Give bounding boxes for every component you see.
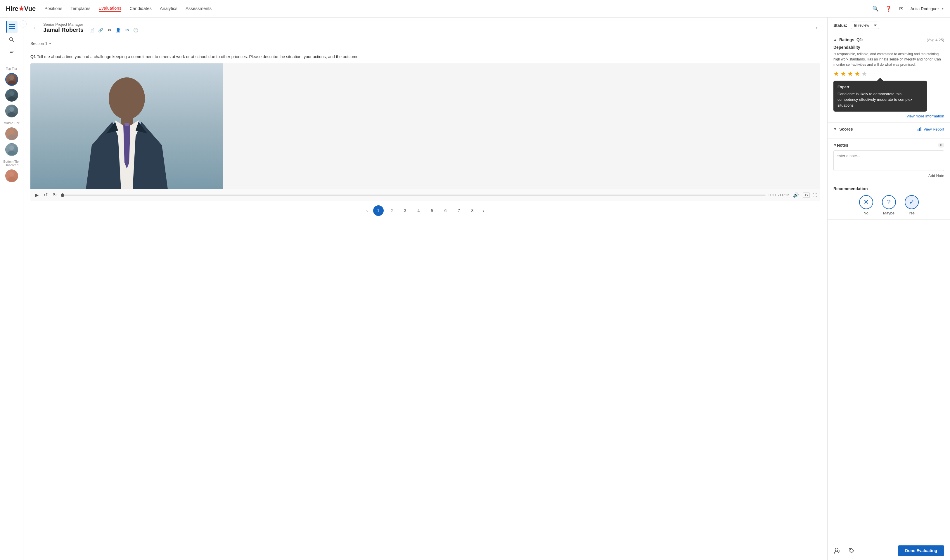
svg-point-9 <box>8 81 16 85</box>
right-panel: Status: In review Reviewed Pending ▲ Rat… <box>827 17 950 560</box>
rec-no-circle: ✕ <box>859 195 873 209</box>
main-content: ← Senior Project Manager Jamal Roberts 📄… <box>23 17 827 560</box>
sidebar-toggle-button[interactable]: › <box>20 20 26 28</box>
svg-point-3 <box>9 38 12 41</box>
candidate-avatar-3[interactable] <box>5 105 18 117</box>
play-button[interactable]: ▶ <box>34 192 40 198</box>
notes-input[interactable] <box>833 151 944 171</box>
rec-maybe-label: Maybe <box>883 211 895 215</box>
svg-point-18 <box>9 172 14 177</box>
add-note-button[interactable]: Add Note <box>833 174 944 178</box>
user-chevron-icon: ▼ <box>941 7 944 10</box>
nav-evaluations[interactable]: Evaluations <box>99 6 122 12</box>
page-button-3[interactable]: 3 <box>400 205 411 216</box>
nav-right: 🔍 ❓ ✉ Anita Rodriguez ▼ <box>872 5 944 12</box>
star-rating: ★ ★ ★ ★ ★ <box>833 70 944 78</box>
ratings-header[interactable]: ▲ Ratings Q1: (Avg 4.25) <box>833 37 944 42</box>
svg-point-17 <box>8 151 16 155</box>
bottom-icons <box>833 546 856 555</box>
candidate-avatar-1[interactable] <box>5 73 18 86</box>
page-button-4[interactable]: 4 <box>414 205 424 216</box>
prev-candidate-button[interactable]: ← <box>31 23 40 32</box>
page-button-2[interactable]: 2 <box>386 205 397 216</box>
nav-assessments[interactable]: Assessments <box>186 6 212 11</box>
section-chevron-icon: ▼ <box>49 42 51 45</box>
candidate-avatar-4[interactable] <box>5 128 18 140</box>
section-label-text: Section 1 <box>31 41 47 46</box>
page-button-1[interactable]: 1 <box>373 205 384 216</box>
nav-templates[interactable]: Templates <box>71 6 90 11</box>
star-4[interactable]: ★ <box>855 70 860 78</box>
help-icon[interactable]: ❓ <box>885 5 892 12</box>
star-5[interactable]: ★ <box>861 70 867 78</box>
next-candidate-button[interactable]: → <box>811 23 820 32</box>
left-sidebar: › Top Tier <box>0 17 23 560</box>
linkedin-icon[interactable]: in <box>124 27 130 33</box>
link-icon[interactable]: 🔗 <box>98 27 104 33</box>
rec-no-option[interactable]: ✕ No <box>859 195 873 215</box>
nav-analytics[interactable]: Analytics <box>160 6 177 11</box>
sidebar-search-icon[interactable] <box>6 34 17 46</box>
svg-point-10 <box>9 91 14 96</box>
scores-toggle-icon[interactable]: ▼ <box>833 127 837 131</box>
user-menu[interactable]: Anita Rodriguez ▼ <box>910 6 944 11</box>
mail-icon[interactable]: ✉ <box>898 5 905 12</box>
rec-maybe-circle: ? <box>882 195 896 209</box>
svg-point-15 <box>8 135 16 140</box>
candidate-header: ← Senior Project Manager Jamal Roberts 📄… <box>23 17 827 38</box>
rec-maybe-option[interactable]: ? Maybe <box>882 195 896 215</box>
page-button-7[interactable]: 7 <box>454 205 464 216</box>
notes-header: ▼ Notes 0 <box>833 143 944 148</box>
rec-yes-option[interactable]: ✓ Yes <box>905 195 919 215</box>
sidebar-sort-icon[interactable] <box>6 47 17 58</box>
page-button-6[interactable]: 6 <box>440 205 451 216</box>
forward-button[interactable]: ↻ <box>52 192 58 198</box>
fullscreen-button[interactable]: ⛶ <box>813 193 817 197</box>
video-placeholder <box>31 63 223 189</box>
document-icon[interactable]: 📄 <box>89 27 95 33</box>
middle-tier-label: Middle Tier <box>0 121 23 125</box>
email-icon[interactable]: ✉ <box>106 27 113 33</box>
tooltip-arrow <box>877 78 883 81</box>
page-button-5[interactable]: 5 <box>427 205 437 216</box>
speed-button[interactable]: 1x <box>803 192 810 198</box>
candidate-avatar-2[interactable] <box>5 89 18 102</box>
prev-page-button[interactable]: ‹ <box>364 207 370 214</box>
volume-button[interactable]: 🔊 <box>792 192 800 198</box>
top-nav: Hire★Vue Positions Templates Evaluations… <box>0 0 950 17</box>
view-more-link[interactable]: View more information <box>833 114 944 118</box>
page-button-8[interactable]: 8 <box>467 205 478 216</box>
rewind-button[interactable]: ↺ <box>43 192 49 198</box>
done-evaluating-button[interactable]: Done Evaluating <box>898 545 944 556</box>
candidate-name: Jamal Roberts 📄 🔗 ✉ 👤 in 🕐 <box>43 26 811 33</box>
progress-bar[interactable] <box>61 195 765 196</box>
status-select[interactable]: In review Reviewed Pending <box>851 22 879 29</box>
clock-icon[interactable]: 🕐 <box>132 27 139 33</box>
section-selector[interactable]: Section 1 ▼ <box>31 41 51 46</box>
svg-point-12 <box>9 107 14 112</box>
search-icon[interactable]: 🔍 <box>872 5 879 12</box>
person-icon[interactable]: 👤 <box>115 27 122 33</box>
candidate-avatar-5[interactable] <box>5 143 18 156</box>
svg-rect-0 <box>9 24 15 25</box>
scores-title: Scores <box>839 127 916 131</box>
candidate-avatar-6[interactable] <box>5 169 18 182</box>
star-1[interactable]: ★ <box>833 70 839 78</box>
scores-section: ▼ Scores View Report <box>828 123 950 139</box>
sidebar-list-icon[interactable] <box>6 21 17 33</box>
notes-toggle-icon[interactable]: ▼ <box>833 143 837 147</box>
nav-candidates[interactable]: Candidates <box>129 6 152 11</box>
nav-positions[interactable]: Positions <box>45 6 62 11</box>
ratings-title: Ratings Q1: <box>839 37 924 42</box>
star-3[interactable]: ★ <box>847 70 853 78</box>
add-person-icon[interactable] <box>833 546 842 555</box>
view-report-button[interactable]: View Report <box>918 127 944 131</box>
tag-icon[interactable] <box>847 546 856 555</box>
svg-point-13 <box>8 112 16 117</box>
logo-star: ★ <box>18 5 24 12</box>
next-page-button[interactable]: › <box>481 207 487 214</box>
star-2[interactable]: ★ <box>841 70 846 78</box>
tooltip-title: Expert <box>838 84 923 90</box>
svg-marker-27 <box>125 123 129 126</box>
video-controls: ▶ ↺ ↻ 00:00 / 00:12 🔊 1x ⛶ <box>31 189 820 201</box>
